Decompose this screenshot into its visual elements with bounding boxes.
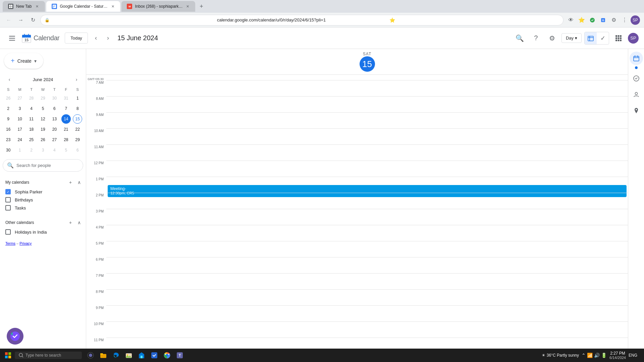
cal-day-14-today[interactable]: 14	[61, 114, 71, 124]
tasks-checkbox[interactable]	[5, 205, 11, 210]
view-toggle-tasks[interactable]: ✓	[597, 32, 609, 44]
more-options[interactable]: ⋮	[620, 15, 629, 25]
my-calendars-toggle[interactable]: ∧	[75, 178, 83, 186]
cal-day-2[interactable]: 2	[4, 104, 13, 113]
tab-calendar[interactable]: Google Calendar - Saturday, 15 ... ✕	[46, 1, 120, 12]
today-button[interactable]: Today	[65, 33, 88, 44]
back-button[interactable]: ←	[4, 15, 13, 25]
volume-icon[interactable]: 🔊	[594, 353, 600, 358]
help-button[interactable]: ?	[529, 32, 543, 45]
calendar-tasks[interactable]: Tasks	[0, 204, 86, 212]
right-panel-contacts-icon[interactable]	[630, 88, 643, 101]
extensions-button[interactable]: ⚙	[609, 15, 619, 25]
right-panel-maps-icon[interactable]	[630, 104, 643, 117]
cal-day-12[interactable]: 12	[38, 114, 48, 124]
gmail-tab-close[interactable]: ✕	[185, 4, 190, 9]
privacy-link[interactable]: Privacy	[19, 241, 32, 245]
google-apps-button[interactable]	[612, 32, 625, 45]
taskbar-app-fileexplorer[interactable]	[97, 349, 109, 361]
cal-day-29[interactable]: 29	[73, 135, 82, 144]
my-calendars-header[interactable]: My calendars + ∧	[0, 177, 86, 188]
cal-day-1-july[interactable]: 1	[15, 145, 24, 155]
cal-day-30[interactable]: 30	[4, 145, 13, 155]
mini-cal-next[interactable]: ›	[72, 75, 80, 83]
chrome-extension-1[interactable]: 👁	[566, 15, 576, 25]
birthdays-checkbox[interactable]	[5, 197, 11, 202]
search-button[interactable]: 🔍	[513, 32, 527, 45]
weather-widget[interactable]: ☀ 36°C Partly sunny	[542, 353, 579, 358]
create-button[interactable]: + Create ▾	[4, 53, 43, 69]
taskbar-app-store[interactable]	[136, 349, 148, 361]
taskbar-datetime[interactable]: 2:27 PM 6/14/2024	[609, 351, 626, 360]
floating-bubble[interactable]	[7, 328, 23, 345]
cal-day-21[interactable]: 21	[61, 125, 71, 134]
cal-day-31-may[interactable]: 31	[61, 94, 71, 103]
chrome-extension-3[interactable]: G	[598, 15, 608, 25]
taskbar-search[interactable]: Type here to search	[15, 352, 82, 359]
taskbar-app-edge[interactable]	[110, 349, 122, 361]
cal-day-13[interactable]: 13	[50, 114, 59, 124]
sophia-parker-checkbox[interactable]: ✓	[5, 189, 11, 194]
cal-day-6-july[interactable]: 6	[73, 145, 82, 155]
cal-day-19[interactable]: 19	[38, 125, 48, 134]
taskbar-app-cortana[interactable]	[85, 349, 97, 361]
view-toggle-calendar[interactable]	[585, 32, 597, 44]
cal-day-5-july[interactable]: 5	[61, 145, 71, 155]
taskbar-app-teams[interactable]: T	[174, 349, 186, 361]
cal-day-29-may[interactable]: 29	[38, 94, 48, 103]
cal-day-1[interactable]: 1	[73, 94, 82, 103]
browser-profile-avatar[interactable]: SP	[631, 15, 640, 25]
tab-gmail[interactable]: M Inbox (268) - sophiaparker140... ✕	[121, 1, 195, 12]
cal-day-6[interactable]: 6	[50, 104, 59, 113]
cal-day-28[interactable]: 28	[61, 135, 71, 144]
cal-day-16[interactable]: 16	[4, 125, 13, 134]
calendar-tab-close[interactable]: ✕	[111, 4, 115, 9]
tab-new[interactable]: New Tab ✕	[3, 1, 45, 12]
settings-button[interactable]: ⚙	[545, 32, 559, 45]
next-period-button[interactable]: ›	[103, 33, 113, 44]
cal-day-23[interactable]: 23	[4, 135, 13, 144]
address-bar[interactable]: 🔒 calendar.google.com/calendar/u/0/r/day…	[40, 15, 564, 25]
right-panel-tasks-icon[interactable]	[630, 72, 643, 85]
language-indicator[interactable]: ENG	[629, 353, 637, 358]
cal-day-3[interactable]: 3	[15, 104, 24, 113]
mini-cal-prev[interactable]: ‹	[5, 75, 13, 83]
calendar-birthdays[interactable]: Birthdays	[0, 196, 86, 204]
cal-day-25[interactable]: 25	[27, 135, 36, 144]
cal-day-9[interactable]: 9	[4, 114, 13, 124]
cal-day-27-may[interactable]: 27	[15, 94, 24, 103]
other-calendars-header[interactable]: Other calendars + ∧	[0, 217, 86, 228]
cal-day-2-july[interactable]: 2	[27, 145, 36, 155]
new-tab-close[interactable]: ✕	[34, 4, 40, 9]
terms-link[interactable]: Terms	[5, 241, 15, 245]
cal-day-20[interactable]: 20	[50, 125, 59, 134]
cal-day-15-selected[interactable]: 15	[73, 114, 82, 124]
forward-button[interactable]: →	[16, 15, 25, 25]
system-tray-icon[interactable]: ⌃	[582, 353, 586, 358]
search-people[interactable]: 🔍 Search for people	[3, 159, 83, 172]
cal-day-26[interactable]: 26	[38, 135, 48, 144]
cal-day-17[interactable]: 17	[15, 125, 24, 134]
bookmark-star[interactable]: ⭐	[577, 15, 586, 25]
cal-day-30-may[interactable]: 30	[50, 94, 59, 103]
cal-day-26-may[interactable]: 26	[4, 94, 13, 103]
day-grid[interactable]: Meeting- 12:30pm, CR5	[106, 75, 628, 362]
calendar-holidays-india[interactable]: Holidays in India	[0, 228, 86, 236]
calendar-sophia-parker[interactable]: ✓ Sophia Parker	[0, 188, 86, 196]
network-icon[interactable]: 📶	[587, 353, 593, 358]
cal-day-4[interactable]: 4	[27, 104, 36, 113]
taskbar-app-chrome[interactable]	[161, 349, 173, 361]
my-calendars-add[interactable]: +	[66, 178, 74, 186]
holidays-india-checkbox[interactable]	[5, 229, 11, 235]
taskbar-app-photos[interactable]	[123, 349, 135, 361]
cal-day-3-july[interactable]: 3	[38, 145, 48, 155]
cal-day-4-july[interactable]: 4	[50, 145, 59, 155]
battery-icon[interactable]: 🔋	[601, 353, 607, 358]
cal-day-8[interactable]: 8	[73, 104, 82, 113]
start-button[interactable]	[3, 350, 13, 361]
other-calendars-add[interactable]: +	[66, 219, 74, 227]
cal-day-7[interactable]: 7	[61, 104, 71, 113]
cal-day-18[interactable]: 18	[27, 125, 36, 134]
refresh-button[interactable]: ↻	[28, 15, 38, 25]
cal-day-22[interactable]: 22	[73, 125, 82, 134]
